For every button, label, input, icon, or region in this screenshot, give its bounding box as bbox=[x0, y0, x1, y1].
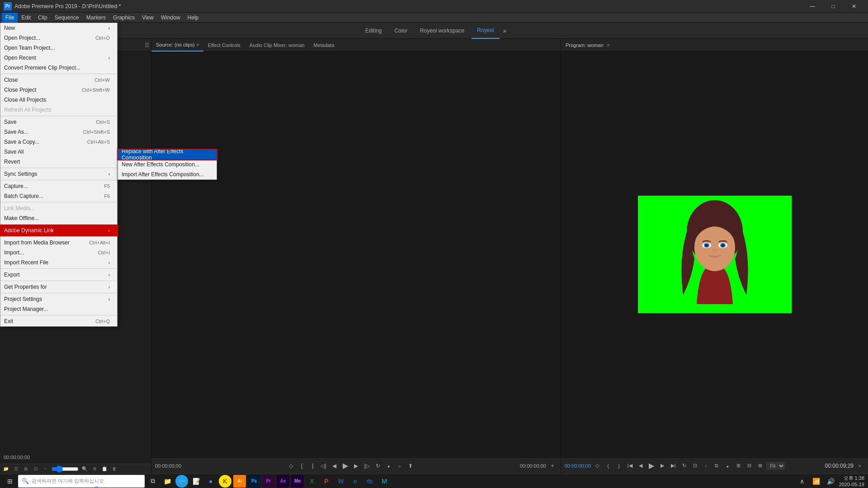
source-tab-menu-icon[interactable]: ≡ bbox=[197, 42, 199, 47]
tab-color[interactable]: Color bbox=[389, 23, 413, 39]
word-icon[interactable]: W bbox=[335, 475, 347, 488]
search-bar[interactable]: 🔍 검색하려면 여기에 입력하십시오. bbox=[18, 475, 145, 488]
start-button[interactable]: ⊞ bbox=[4, 475, 16, 488]
panel-menu-icon[interactable]: ☰ bbox=[143, 41, 151, 49]
tab-royeol-workspace[interactable]: Royeol workspace bbox=[415, 23, 470, 39]
media-encoder-icon[interactable]: Me bbox=[291, 475, 304, 488]
prog-add-marker-icon[interactable]: ◇ bbox=[593, 461, 602, 470]
search-icon[interactable]: 🔍 bbox=[80, 465, 89, 473]
volume-icon[interactable]: 🔊 bbox=[825, 475, 837, 488]
prog-loop-icon[interactable]: ↻ bbox=[679, 461, 689, 470]
icon-view-icon[interactable]: ⊞ bbox=[22, 465, 30, 473]
menu-item-save-as[interactable]: Save As... Ctrl+Shift+S bbox=[0, 127, 117, 137]
prog-safe-margins-icon[interactable]: ⊡ bbox=[690, 461, 699, 470]
menu-item-batch-capture[interactable]: Batch Capture... F6 bbox=[0, 191, 117, 201]
loop-icon[interactable]: ↻ bbox=[373, 461, 382, 470]
photoshop-icon[interactable]: Ps bbox=[248, 475, 260, 488]
prog-settings2-icon[interactable]: ⬥ bbox=[723, 461, 732, 470]
menu-item-close-all[interactable]: Close All Projects bbox=[0, 95, 117, 105]
prog-step-forward-icon[interactable]: ▶ bbox=[658, 461, 667, 470]
more-workspaces-icon[interactable]: » bbox=[501, 25, 509, 36]
tab-metadata[interactable]: Metadata bbox=[309, 39, 339, 52]
twitter-icon[interactable]: 🐦 bbox=[175, 475, 188, 488]
menu-item-project-manager[interactable]: Project Manager... bbox=[0, 304, 117, 314]
clear-icon[interactable]: 🗑 bbox=[110, 465, 118, 473]
menu-item-refresh-all[interactable]: Refresh All Projects bbox=[0, 105, 117, 115]
notepad-icon[interactable]: 📝 bbox=[190, 475, 203, 488]
menu-clip[interactable]: Clip bbox=[34, 13, 51, 23]
step-forward-icon[interactable]: ▶ bbox=[352, 461, 361, 470]
menu-item-make-offline[interactable]: Make Offline... bbox=[0, 213, 117, 223]
mark-out-icon[interactable]: } bbox=[308, 461, 317, 470]
menu-item-new[interactable]: New › bbox=[0, 23, 117, 33]
prog-go-out-icon[interactable]: ▶| bbox=[669, 461, 678, 470]
prog-mark-out-icon[interactable]: } bbox=[614, 461, 623, 470]
menu-item-open-project[interactable]: Open Project... Ctrl+O bbox=[0, 33, 117, 43]
new-item-icon[interactable]: 📋 bbox=[100, 465, 108, 473]
settings-icon[interactable]: + bbox=[548, 461, 557, 470]
window-controls[interactable]: — □ ✕ bbox=[802, 0, 864, 13]
excel-icon[interactable]: X bbox=[306, 475, 318, 488]
task-view-icon[interactable]: ⧉ bbox=[146, 475, 159, 488]
overwrite-icon[interactable]: ⬦ bbox=[395, 461, 404, 470]
menu-item-close-project[interactable]: Close Project Ctrl+Shift+W bbox=[0, 85, 117, 95]
menu-item-import-recent[interactable]: Import Recent File › bbox=[0, 258, 117, 267]
menu-view[interactable]: View bbox=[138, 13, 157, 23]
menu-item-open-recent[interactable]: Open Recent › bbox=[0, 53, 117, 63]
kakao-icon[interactable]: K bbox=[219, 475, 231, 488]
submenu-import-ae[interactable]: Import After Effects Composition... bbox=[118, 169, 217, 179]
menu-file[interactable]: File bbox=[2, 13, 18, 23]
menu-item-save[interactable]: Save Ctrl+S bbox=[0, 117, 117, 127]
chrome-icon[interactable]: ● bbox=[204, 475, 217, 488]
prog-comparison-icon[interactable]: ⧉ bbox=[712, 461, 721, 470]
edge-icon[interactable]: e bbox=[349, 475, 362, 488]
tab-program[interactable]: Program: woman ≡ bbox=[561, 39, 614, 52]
program-timecode[interactable]: 00:00:00;00 bbox=[565, 463, 591, 469]
menu-item-exit[interactable]: Exit Ctrl+Q bbox=[0, 316, 117, 326]
after-effects-icon[interactable]: Ae bbox=[277, 475, 289, 488]
menu-item-import[interactable]: Import... Ctrl+I bbox=[0, 248, 117, 258]
play-icon[interactable]: ▶ bbox=[341, 461, 350, 470]
system-tray[interactable]: ∧ bbox=[796, 475, 808, 488]
menu-item-project-settings[interactable]: Project Settings › bbox=[0, 294, 117, 304]
fit-select[interactable]: Fit bbox=[766, 462, 785, 470]
go-in-icon[interactable]: ◁| bbox=[319, 461, 328, 470]
prog-add-icon[interactable]: + bbox=[855, 461, 864, 470]
tab-audio-clip-mixer[interactable]: Audio Clip Mixer: woman bbox=[245, 39, 309, 52]
menu-graphics[interactable]: Graphics bbox=[109, 13, 138, 23]
tab-editing[interactable]: Editing bbox=[360, 23, 387, 39]
premiere-taskbar-icon[interactable]: Pr bbox=[262, 475, 275, 488]
tab-effect-controls[interactable]: Effect Controls bbox=[203, 39, 245, 52]
powerpoint-icon[interactable]: P bbox=[320, 475, 333, 488]
tab-royeol[interactable]: Royeol bbox=[472, 23, 499, 39]
menu-edit[interactable]: Edit bbox=[18, 13, 34, 23]
prog-mark-in-icon[interactable]: { bbox=[604, 461, 613, 470]
source-timecode-end[interactable]: 00:00:00;00 bbox=[520, 463, 546, 469]
menu-markers[interactable]: Markers bbox=[83, 13, 109, 23]
prog-insert-icon[interactable]: ⊟ bbox=[745, 461, 754, 470]
menu-item-save-all[interactable]: Save All bbox=[0, 147, 117, 157]
minimize-button[interactable]: — bbox=[802, 0, 823, 13]
submenu-new-ae[interactable]: New After Effects Composition... bbox=[118, 160, 217, 169]
menu-item-save-copy[interactable]: Save a Copy... Ctrl+Alt+S bbox=[0, 137, 117, 147]
store-icon[interactable]: 🛍 bbox=[363, 475, 376, 488]
program-tab-menu-icon[interactable]: ≡ bbox=[607, 43, 609, 47]
prog-multi-cam-icon[interactable]: ⊞ bbox=[734, 461, 743, 470]
zoom-out-icon[interactable]: − bbox=[42, 465, 50, 473]
menu-item-capture[interactable]: Capture... F5 bbox=[0, 181, 117, 191]
menu-item-import-media-browser[interactable]: Import from Media Browser Ctrl+Alt+I bbox=[0, 238, 117, 248]
close-button[interactable]: ✕ bbox=[844, 0, 864, 13]
menu-item-convert[interactable]: Convert Premiere Clip Project... bbox=[0, 63, 117, 73]
menu-item-get-properties[interactable]: Get Properties for › bbox=[0, 282, 117, 292]
prog-step-back-icon[interactable]: ◀ bbox=[636, 461, 645, 470]
menu-window[interactable]: Window bbox=[157, 13, 184, 23]
maximize-button[interactable]: □ bbox=[823, 0, 844, 13]
menu-item-link-media[interactable]: Link Media... bbox=[0, 203, 117, 213]
tab-source[interactable]: Source: (no clips) ≡ bbox=[151, 39, 203, 52]
file-explorer-icon[interactable]: 📁 bbox=[161, 475, 174, 488]
menu-item-sync-settings[interactable]: Sync Settings › bbox=[0, 169, 117, 179]
zoom-slider[interactable] bbox=[52, 465, 79, 473]
insert-icon[interactable]: ⬥ bbox=[384, 461, 393, 470]
go-out-icon[interactable]: |▷ bbox=[363, 461, 372, 470]
prog-play-icon[interactable]: ▶ bbox=[647, 461, 656, 470]
